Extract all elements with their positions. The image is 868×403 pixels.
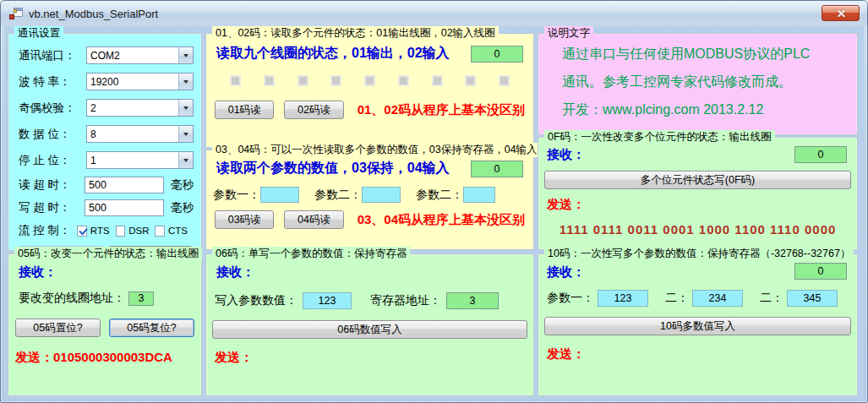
param1-label: 参数一： xyxy=(547,291,594,306)
titlebar: vb.net_Modbus_SerialPort xyxy=(1,1,867,26)
param1-label: 参数一： xyxy=(213,188,260,203)
close-button[interactable] xyxy=(822,5,860,21)
panel-comm-settings: 通讯设置 通讯端口： COM2 波 特 率： 19200 xyxy=(8,33,202,251)
send-label: 发送： xyxy=(538,335,857,362)
param1-input[interactable] xyxy=(598,290,648,307)
combo-parity-value: 2 xyxy=(87,102,178,114)
panel-title: 通讯设置 xyxy=(14,26,63,41)
dropdown-arrow-icon[interactable] xyxy=(178,74,193,90)
combo-stop-bits-value: 1 xyxy=(87,155,178,166)
coil-address-value[interactable] xyxy=(128,291,154,306)
note-0102: 01、02码从程序上基本没区别 xyxy=(358,102,525,118)
checkbox-cts[interactable] xyxy=(155,226,165,237)
app-icon-yellow-square xyxy=(14,9,17,13)
dropdown-arrow-icon[interactable] xyxy=(178,126,193,142)
panel-title: 10码：一次性写多个参数的数值：保持寄存器（-32768--32767） xyxy=(544,247,854,261)
write-timeout-label: 写 超 时： xyxy=(19,200,85,215)
app-icon xyxy=(9,8,23,19)
read01-button[interactable]: 01码读 xyxy=(215,101,274,119)
checkbox-dsr[interactable] xyxy=(116,226,126,237)
write-timeout-unit: 毫秒 xyxy=(171,200,194,215)
coil-indicator[interactable] xyxy=(264,75,275,86)
multi-write-counter[interactable] xyxy=(794,263,847,280)
panel-title: 说明文字 xyxy=(544,26,593,41)
param3-input[interactable] xyxy=(787,290,838,307)
read04-button[interactable]: 04码读 xyxy=(284,210,343,229)
combo-comm-port-value: COM2 xyxy=(87,50,178,62)
write10-button[interactable]: 10码多数值写入 xyxy=(544,317,851,335)
coil-set-button[interactable]: 05码置位? xyxy=(15,319,101,337)
of-counter[interactable] xyxy=(794,146,847,163)
combo-stop-bits[interactable]: 1 xyxy=(86,151,194,169)
data-bits-label: 数 据 位： xyxy=(19,127,86,142)
stop-bits-label: 停 止 位： xyxy=(19,153,86,168)
registers-counter[interactable] xyxy=(471,161,523,177)
coil-indicator[interactable] xyxy=(465,75,476,86)
window-title: vb.net_Modbus_SerialPort xyxy=(29,8,158,20)
read02-button[interactable]: 02码读 xyxy=(284,101,343,119)
param2-label: 参数二： xyxy=(314,188,362,203)
register-address-value[interactable] xyxy=(446,292,499,309)
send-value-05: 发送：0105000300003DCA xyxy=(8,337,201,366)
panel-title: 01、02码：读取多个元件的状态：01输出线圈，02输入线圈 xyxy=(212,26,499,41)
write-coils-button[interactable]: 多个位元件状态写(0F码) xyxy=(544,171,851,189)
param3-input[interactable] xyxy=(463,187,495,203)
write-value-input[interactable] xyxy=(303,292,352,309)
combo-parity[interactable]: 2 xyxy=(86,99,194,117)
combo-baud-rate[interactable]: 19200 xyxy=(86,73,194,90)
panel-title: 05码：改变一个元件的状态：输出线圈 xyxy=(14,247,202,261)
coil-indicator[interactable] xyxy=(298,75,308,86)
write-timeout-input[interactable] xyxy=(85,199,164,216)
receive-label: 接收： xyxy=(547,261,585,280)
coil-reset-button[interactable]: 05码复位? xyxy=(109,319,194,337)
send-label: 发送： xyxy=(206,339,533,366)
coil-indicator[interactable] xyxy=(364,75,375,86)
description-line: 开发：www.plcing.com 2013.2.12 xyxy=(538,101,857,119)
dropdown-arrow-icon[interactable] xyxy=(178,100,193,116)
combo-data-bits[interactable]: 8 xyxy=(86,125,194,143)
panel-read-registers-0304: 03、04码：可以一次性读取多个参数的数值，03保持寄存器，04输入 读取两个参… xyxy=(205,150,534,250)
panel-write-single-coil-05: 05码：改变一个元件的状态：输出线圈 接收： 要改变的线圈地址： 05码置位? … xyxy=(8,253,202,396)
send-label: 发送： xyxy=(538,189,857,213)
dropdown-arrow-icon[interactable] xyxy=(178,47,193,63)
checkbox-dsr-label: DSR xyxy=(128,226,149,236)
write-value-label: 写入参数数值： xyxy=(215,293,298,308)
coil-indicator[interactable] xyxy=(499,75,510,86)
send-binary-value: 1111 0111 0011 0001 1000 1100 1110 0000 xyxy=(538,213,857,237)
coils-counter[interactable] xyxy=(471,46,523,63)
coil-address-label: 要改变的线圈地址： xyxy=(19,291,125,306)
write06-button[interactable]: 06码数值写入 xyxy=(212,320,527,339)
receive-label: 接收： xyxy=(547,147,585,163)
dropdown-arrow-icon[interactable] xyxy=(178,152,193,168)
checkbox-cts-label: CTS xyxy=(168,226,188,236)
checkbox-rts[interactable] xyxy=(77,226,87,237)
app-window: vb.net_Modbus_SerialPort 通讯设置 通讯端口： COM2… xyxy=(0,0,868,403)
checkbox-rts-label: RTS xyxy=(90,226,110,236)
coils-headline: 读取九个线圈的状态，01输出，02输入 xyxy=(216,45,450,63)
param3-label: 二： xyxy=(760,291,783,306)
param2-input[interactable] xyxy=(362,187,401,203)
combo-data-bits-value: 8 xyxy=(87,128,178,140)
read-timeout-input[interactable] xyxy=(85,177,164,193)
panel-read-coils-0102: 01、02码：读取多个元件的状态：01输出线圈，02输入线圈 读取九个线圈的状态… xyxy=(205,33,534,148)
param3-label: 参数二： xyxy=(416,188,463,203)
coil-indicator[interactable] xyxy=(230,75,241,86)
panel-write-multi-registers-10: 10码：一次性写多个参数的数值：保持寄存器（-32768--32767） 接收：… xyxy=(538,253,858,396)
coil-indicator[interactable] xyxy=(330,75,341,86)
registers-headline: 读取两个参数的数值，03保持，04输入 xyxy=(216,160,450,177)
flow-control-label: 流 控 制： xyxy=(19,223,77,238)
coil-indicator[interactable] xyxy=(432,75,443,86)
param2-input[interactable] xyxy=(692,290,743,307)
register-address-label: 寄存器地址： xyxy=(370,293,441,308)
comm-port-label: 通讯端口： xyxy=(19,48,86,63)
baud-rate-label: 波 特 率： xyxy=(19,74,86,90)
note-0304: 03、04码从程序上基本没区别 xyxy=(358,212,525,228)
combo-comm-port[interactable]: COM2 xyxy=(86,46,194,64)
read03-button[interactable]: 03码读 xyxy=(215,210,274,229)
param2-label: 二： xyxy=(665,291,689,306)
param1-input[interactable] xyxy=(260,187,299,203)
client-area: 通讯设置 通讯端口： COM2 波 特 率： 19200 xyxy=(4,26,864,399)
close-icon xyxy=(836,8,845,18)
panel-write-coils-0f: 0F码：一次性改变多个位元件的状态：输出线圈 接收： 多个位元件状态写(0F码)… xyxy=(538,137,858,250)
coil-indicator[interactable] xyxy=(398,75,409,86)
